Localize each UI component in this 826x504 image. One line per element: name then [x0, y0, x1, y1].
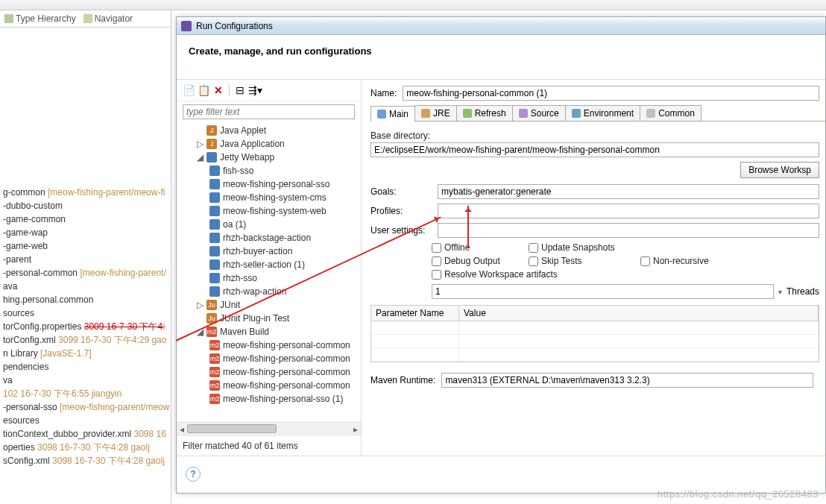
toolbar-icon[interactable]: [3, 1, 15, 10]
duplicate-config-icon[interactable]: 📋: [198, 84, 209, 96]
table-row[interactable]: [371, 348, 819, 362]
list-item[interactable]: 102 16-7-30 下午6:55 jiangyin: [0, 387, 171, 400]
tab-navigator[interactable]: Navigator: [83, 13, 133, 24]
config-tree-item[interactable]: rhzh-buyer-action: [180, 245, 358, 258]
threads-spinner-icon[interactable]: ▾: [778, 288, 782, 296]
config-toolbar: 📄 📋 ✕ ⊟ ⇶▾: [177, 80, 361, 101]
list-item[interactable]: -parent: [0, 253, 171, 266]
tab-main[interactable]: Main: [371, 106, 415, 122]
list-item[interactable]: n Library [JavaSE-1.7]: [0, 347, 171, 360]
tab-source[interactable]: Source: [512, 105, 566, 121]
config-tree-item[interactable]: m2meow-fishing-personal-common: [180, 379, 358, 392]
filter-icon[interactable]: ⇶▾: [249, 84, 261, 96]
dialog-header-text: Create, manage, and run configurations: [189, 45, 372, 57]
jetty-icon: [206, 152, 217, 163]
list-item[interactable]: esources: [0, 414, 171, 427]
profiles-input[interactable]: [438, 204, 819, 218]
config-tree-item[interactable]: ◢Jetty Webapp: [180, 151, 358, 164]
config-tree-item[interactable]: m2meow-fishing-personal-sso (1): [180, 392, 358, 406]
skip-tests-checkbox[interactable]: Skip Tests: [529, 256, 640, 266]
non-recursive-checkbox[interactable]: Non-recursive: [640, 256, 752, 266]
list-item[interactable]: va: [0, 374, 171, 387]
threads-input[interactable]: [432, 284, 774, 299]
offline-checkbox[interactable]: Offline: [432, 242, 529, 253]
config-tree-item[interactable]: m2meow-fishing-personal-common: [180, 365, 358, 379]
maven-runtime-input[interactable]: [441, 373, 813, 388]
tab-environment[interactable]: Environment: [565, 105, 640, 121]
param-table-header: Parameter Name Value: [371, 306, 819, 321]
project-tree[interactable]: g-common [meow-fishing-parent/meow-fi-du…: [0, 28, 171, 504]
resolve-workspace-checkbox[interactable]: Resolve Workspace artifacts: [432, 269, 752, 280]
list-item[interactable]: -dubbo-custom: [0, 199, 171, 212]
java-icon: Ju: [206, 313, 217, 324]
left-view-tabs: Type Hierarchy Navigator: [0, 10, 171, 28]
list-item[interactable]: torConfig.properties 3009 16-7-30 下午4:: [0, 320, 171, 333]
list-item[interactable]: -game-wap: [0, 226, 171, 239]
config-tree-item[interactable]: JuJUnit Plug-in Test: [180, 312, 358, 325]
param-value-header[interactable]: Value: [459, 306, 819, 321]
goals-input[interactable]: [438, 184, 819, 199]
list-item[interactable]: -game-common: [0, 212, 171, 226]
tab-type-hierarchy[interactable]: Type Hierarchy: [4, 13, 76, 24]
config-tree-item[interactable]: rhzh-seller-action (1): [180, 258, 358, 271]
scroll-right-icon[interactable]: ▸: [350, 423, 361, 436]
config-tree-item[interactable]: m2meow-fishing-personal-common: [180, 352, 358, 365]
base-dir-input[interactable]: [371, 142, 819, 157]
jetty-icon: [209, 166, 220, 176]
scroll-thumb[interactable]: [187, 424, 277, 433]
tab-common[interactable]: Common: [640, 105, 702, 121]
list-item[interactable]: sources: [0, 306, 171, 320]
table-row[interactable]: [371, 335, 819, 348]
list-item[interactable]: tionContext_dubbo_provider.xml 3098 16: [0, 427, 171, 441]
browse-workspace-button[interactable]: Browse Worksp: [740, 162, 819, 178]
new-config-icon[interactable]: 📄: [183, 84, 195, 96]
config-tree-item[interactable]: oa (1): [180, 218, 358, 231]
collapse-all-icon[interactable]: ⊟: [234, 84, 246, 96]
list-item[interactable]: pendencies: [0, 360, 171, 374]
threads-row: ▾ Threads: [432, 284, 819, 299]
tab-jre[interactable]: JRE: [414, 105, 457, 121]
list-item[interactable]: operties 3098 16-7-30 下午4:28 gaolj: [0, 441, 171, 454]
list-item[interactable]: torConfig.xml 3099 16-7-30 下午4:29 gao: [0, 333, 171, 347]
user-settings-input[interactable]: [438, 223, 819, 238]
list-item[interactable]: ava: [0, 280, 171, 293]
config-tree-item[interactable]: ▷JJava Application: [180, 137, 358, 151]
java-icon: J: [206, 139, 217, 149]
tab-refresh[interactable]: Refresh: [456, 105, 513, 121]
update-snapshots-checkbox[interactable]: Update Snapshots: [529, 242, 640, 253]
list-item[interactable]: -game-web: [0, 239, 171, 253]
config-tree-item[interactable]: JJava Applet: [180, 124, 358, 137]
list-item[interactable]: g-common [meow-fishing-parent/meow-fi: [0, 186, 171, 199]
eclipse-icon: [181, 21, 192, 31]
list-item[interactable]: -personal-sso [meow-fishing-parent/meow: [0, 400, 171, 414]
config-tree-item[interactable]: meow-fishing-system-web: [180, 204, 358, 218]
config-tree-item[interactable]: rhzh-wap-action: [180, 285, 358, 298]
delete-config-icon[interactable]: ✕: [212, 84, 224, 96]
config-tree-item[interactable]: ▷JuJUnit: [180, 298, 358, 312]
maven-icon: m2: [209, 394, 220, 404]
help-icon[interactable]: ?: [186, 467, 201, 482]
param-name-header[interactable]: Parameter Name: [371, 306, 459, 321]
config-tree-item[interactable]: m2meow-fishing-personal-common: [180, 338, 358, 352]
table-row[interactable]: [371, 321, 819, 335]
maven-runtime-row: Maven Runtime:: [371, 373, 819, 388]
config-tree-item[interactable]: fish-sso: [180, 164, 358, 177]
jetty-icon: [209, 233, 220, 243]
config-tree-item[interactable]: meow-fishing-system-cms: [180, 191, 358, 204]
name-input[interactable]: [403, 86, 819, 101]
config-tree-item[interactable]: rhzh-sso: [180, 271, 358, 285]
list-item[interactable]: sConfig.xml 3098 16-7-30 下午4:28 gaolj: [0, 454, 171, 467]
list-item[interactable]: -personal-common [meow-fishing-parent/: [0, 266, 171, 280]
list-item[interactable]: hing.personal.common: [0, 293, 171, 306]
config-tree-item[interactable]: ◢m2Maven Build: [180, 325, 358, 338]
config-tree-item[interactable]: meow-fishing-personal-sso: [180, 177, 358, 191]
checkbox-group: Offline Update Snapshots Debug Output Sk…: [432, 242, 819, 280]
scroll-left-icon[interactable]: ◂: [177, 423, 187, 436]
config-tree-item[interactable]: rhzh-backstage-action: [180, 231, 358, 245]
main-tab-icon: [377, 110, 386, 119]
filter-input-wrap: [183, 104, 355, 119]
filter-input[interactable]: [183, 104, 355, 119]
horizontal-scrollbar[interactable]: ◂ ▸: [177, 422, 361, 435]
debug-output-checkbox[interactable]: Debug Output: [432, 256, 529, 266]
config-tree[interactable]: JJava Applet▷JJava Application◢Jetty Web…: [177, 122, 361, 422]
